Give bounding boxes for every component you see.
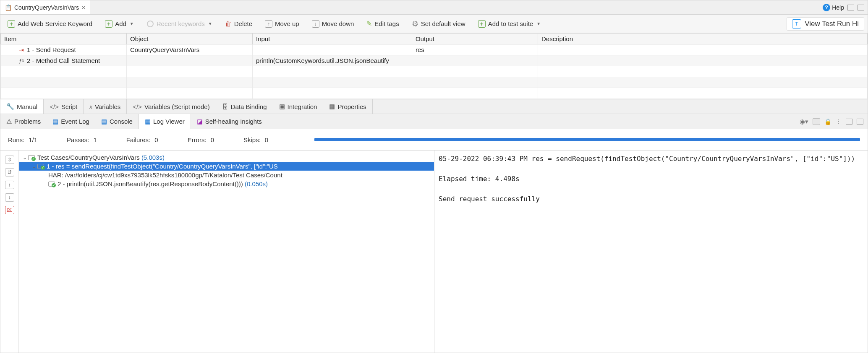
integration-icon: ▣ [279,103,285,110]
tab-event-log[interactable]: ▤Event Log [47,114,95,129]
move-up-button[interactable]: ↑Move up [261,18,303,30]
tab-console[interactable]: ▤Console [95,114,139,129]
watch-icon[interactable]: ◉▾ [800,118,808,125]
tree-node[interactable]: ⌄ Test Cases/CountryQueryVarsInVars (5.0… [19,153,434,162]
editor-tabbar: 📋 CountryQueryVarsInVars ✕ ? Help [0,0,868,15]
chevron-down-icon: ▼ [208,21,212,26]
pass-icon [28,155,36,161]
editor-mode-tabs: 🔧Manual </>Script xVariables </>Variable… [0,99,868,114]
add-web-service-keyword-button[interactable]: +Add Web Service Keyword [4,18,96,30]
pass-icon [48,181,56,187]
pencil-icon: ✎ [366,20,372,28]
view-test-run-history-button[interactable]: TView Test Run Hi [787,17,864,31]
tab-script[interactable]: </>Script [44,99,84,114]
help-button[interactable]: ? Help [823,4,844,11]
tab-self-healing[interactable]: ◪Self-healing Insights [191,114,268,129]
delete-button[interactable]: 🗑Delete [221,18,256,30]
expand-all-icon[interactable]: ⇵ [5,168,14,176]
problems-icon: ⚠ [6,118,12,125]
more-icon[interactable]: ⋮ [836,118,842,125]
move-down-button[interactable]: ↓Move down [308,18,358,30]
tab-data-binding[interactable]: 🗄Data Binding [216,99,273,114]
col-item[interactable]: Item [1,34,127,44]
passes-label: Passes: [67,136,89,143]
set-default-view-button[interactable]: ⚙Set default view [408,17,469,31]
code-icon: </> [133,103,142,110]
table-row[interactable] [1,66,868,77]
skips-value: 0 [265,136,268,143]
tab-properties[interactable]: ▦Properties [323,99,372,114]
passes-value: 1 [93,136,97,143]
col-description[interactable]: Description [538,34,868,44]
collapse-all-icon[interactable]: ⇳ [5,156,14,164]
tab-log-viewer[interactable]: ▦Log Viewer [139,114,191,129]
tab-variables-script[interactable]: </>Variables (Script mode) [127,99,216,114]
col-output[interactable]: Output [412,34,538,44]
errors-label: Errors: [188,136,207,143]
maximize-panel-icon[interactable] [857,119,863,125]
tree-node[interactable]: 2 - println(util.JSON.jsonBeautify(res.g… [19,179,434,188]
minimize-icon[interactable] [847,5,854,10]
chevron-down-icon[interactable]: ⌄ [31,164,37,169]
failures-value: 0 [154,136,158,143]
wrench-icon: 🔧 [6,103,14,110]
log-tree: ⌄ Test Cases/CountryQueryVarsInVars (5.0… [19,151,434,353]
tree-node[interactable]: ⌄ 1 - res = sendRequest(findTestObject("… [19,162,434,171]
chevron-down-icon[interactable]: ⌄ [21,155,28,161]
col-object[interactable]: Object [127,34,253,44]
help-icon: ? [823,4,830,11]
list-icon: 📋 [5,4,12,11]
plus-icon: + [8,20,15,28]
skips-label: Skips: [243,136,261,143]
add-button[interactable]: +Add▼ [101,18,138,30]
editor-tab[interactable]: 📋 CountryQueryVarsInVars ✕ [0,0,90,14]
gear-icon: ⚙ [412,19,418,29]
clock-icon [147,21,154,27]
code-icon: </> [50,103,59,110]
chevron-down-icon: ▼ [130,21,134,26]
recent-keywords-button[interactable]: Recent keywords▼ [143,18,216,30]
failures-label: Failures: [126,136,151,143]
plus-icon: + [105,20,112,28]
maximize-icon[interactable] [858,5,864,10]
log-viewer-body: ⇳ ⇵ ↑ ↓ ⌧ ⌄ Test Cases/CountryQueryVarsI… [0,150,868,353]
col-input[interactable]: Input [253,34,412,44]
healing-icon: ◪ [197,118,203,125]
pass-icon [37,164,45,169]
table-row[interactable]: ⇥1 - Send Request CountryQueryVarsInVars… [1,44,868,55]
table-row[interactable] [1,77,868,88]
clear-log-icon[interactable]: ⌧ [5,206,14,214]
request-icon: ⇥ [18,47,25,53]
log-viewer-icon: ▦ [145,118,151,125]
lock-icon[interactable]: 🔒 [824,118,831,125]
prev-failure-icon[interactable]: ↑ [5,181,14,189]
table-row[interactable] [1,88,868,99]
runs-label: Runs: [8,136,24,143]
arrow-down-icon: ↓ [312,20,319,28]
console-icon: ▤ [101,118,107,125]
arrow-up-icon: ↑ [265,20,272,28]
tab-variables[interactable]: xVariables [84,99,127,114]
test-steps-grid: Item Object Input Output Description ⇥1 … [0,33,868,99]
close-icon[interactable]: ✕ [81,5,86,10]
log-detail-text[interactable]: 05-29-2022 06:39:43 PM res = sendRequest… [434,151,868,353]
toolbar: +Add Web Service Keyword +Add▼ Recent ke… [0,15,868,33]
tree-view-icon[interactable] [813,118,820,125]
help-label: Help [832,4,844,11]
tab-title: CountryQueryVarsInVars [14,4,79,11]
add-to-test-suite-button[interactable]: +Add to test suite▼ [474,18,544,30]
tab-integration[interactable]: ▣Integration [273,99,324,114]
next-failure-icon[interactable]: ↓ [5,193,14,202]
edit-tags-button[interactable]: ✎Edit tags [363,18,403,30]
grid-icon: ▦ [329,103,335,110]
tab-manual[interactable]: 🔧Manual [0,99,44,114]
chevron-down-icon: ▼ [536,21,541,26]
table-row[interactable]: ƒx2 - Method Call Statement println(Cust… [1,55,868,66]
runs-value: 1/1 [29,136,37,143]
testops-icon: T [792,19,801,29]
tab-problems[interactable]: ⚠Problems [0,114,47,129]
bottom-panel-tabs: ⚠Problems ▤Event Log ▤Console ▦Log Viewe… [0,114,868,129]
progress-bar [314,138,860,141]
minimize-panel-icon[interactable] [846,119,852,125]
tree-node[interactable]: HAR: /var/folders/cj/cw1td9xs79353lk52hf… [19,171,434,179]
